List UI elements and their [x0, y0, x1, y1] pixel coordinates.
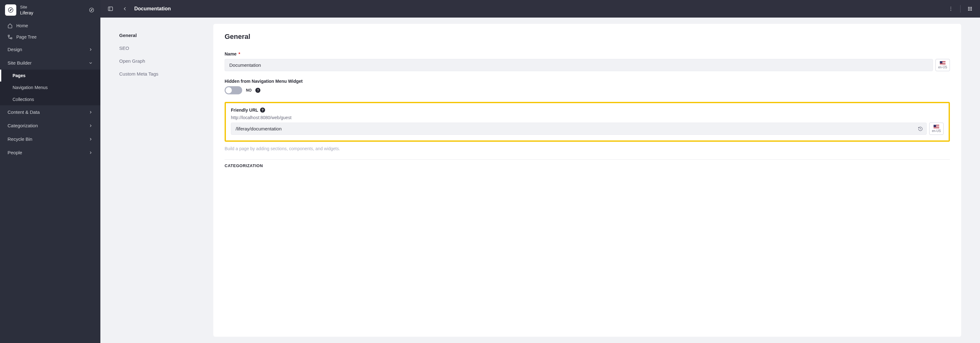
sidebar-subitem-collections[interactable]: Collections [0, 94, 100, 105]
svg-point-10 [950, 10, 951, 11]
flag-icon [934, 125, 939, 129]
section-label: CATEGORIZATION [224, 164, 950, 168]
tab-general[interactable]: General [119, 29, 213, 42]
chevron-right-icon [89, 47, 93, 52]
svg-point-0 [8, 8, 13, 13]
site-label: Site [20, 5, 84, 10]
compass-icon [89, 8, 94, 13]
apps-grid-icon [967, 6, 973, 12]
sidebar-section-contentdata[interactable]: Content & Data [0, 105, 100, 119]
field-label: Name * [224, 51, 950, 56]
field-name: Name * en-US [224, 51, 950, 71]
chevron-right-icon [89, 124, 93, 128]
svg-marker-3 [91, 10, 92, 11]
tab-custommeta[interactable]: Custom Meta Tags [119, 67, 213, 80]
tree-icon [8, 35, 13, 40]
page-title: Documentation [134, 6, 171, 12]
home-icon [8, 23, 13, 28]
site-logo [5, 5, 16, 16]
main: Documentation General SEO Open Graph Cus… [100, 0, 980, 343]
svg-rect-15 [970, 8, 970, 10]
svg-point-8 [950, 7, 951, 8]
svg-rect-14 [968, 8, 969, 10]
svg-point-9 [950, 8, 951, 9]
site-name: Liferay [20, 10, 84, 16]
svg-rect-6 [108, 7, 113, 11]
sidebar-subitem-label: Pages [13, 73, 25, 78]
flag-icon [940, 61, 945, 65]
field-label: Friendly URL ? [231, 108, 943, 113]
topbar-left: Documentation [105, 4, 171, 14]
tab-label: SEO [119, 46, 129, 51]
sidebar-section-label: People [8, 150, 22, 155]
sidebar-section-design[interactable]: Design [0, 43, 100, 56]
apps-grid-button[interactable] [965, 4, 975, 14]
site-switcher-button[interactable] [88, 6, 95, 14]
svg-rect-11 [968, 7, 969, 8]
friendly-url-highlight: Friendly URL ? http://localhost:8080/web… [224, 102, 950, 142]
tab-label: Open Graph [119, 58, 145, 64]
sidebar-section-label: Recycle Bin [8, 137, 32, 142]
sidebar-subitem-label: Navigation Menus [13, 85, 48, 90]
chevron-right-icon [89, 110, 93, 114]
url-history-button[interactable] [918, 126, 923, 131]
sidebar-section-label: Categorization [8, 123, 38, 128]
toggle-state: NO [246, 88, 251, 92]
help-icon[interactable]: ? [255, 88, 260, 93]
sidebar-section-categorization[interactable]: Categorization [0, 119, 100, 132]
tab-label: General [119, 33, 137, 38]
history-icon [918, 126, 923, 131]
sidebar-subitem-label: Collections [13, 97, 34, 102]
svg-rect-19 [971, 10, 972, 11]
sidebar-item-home[interactable]: Home [0, 20, 100, 31]
toggle-sidebar-button[interactable] [105, 4, 115, 14]
section-categorization: CATEGORIZATION [224, 159, 950, 168]
more-actions-button[interactable] [946, 4, 956, 14]
settings-panel: General Name * en-US Hidd [213, 24, 961, 337]
sidebar-item-pagetree[interactable]: Page Tree [0, 31, 100, 43]
sidebar-section-people[interactable]: People [0, 146, 100, 159]
site-info: Site Liferay [20, 5, 84, 16]
sidebar-item-label: Page Tree [16, 35, 37, 40]
chevron-right-icon [89, 137, 93, 141]
topbar: Documentation [100, 0, 980, 17]
chevron-down-icon [89, 61, 93, 65]
svg-rect-18 [970, 10, 970, 11]
svg-rect-17 [968, 10, 969, 11]
compass-icon [8, 7, 13, 13]
sidebar-section-sitebuilder[interactable]: Site Builder [0, 56, 100, 70]
sidebar-section-label: Content & Data [8, 110, 40, 115]
chevron-right-icon [89, 151, 93, 155]
hint-text: Build a page by adding sections, compone… [224, 146, 950, 151]
chevron-left-icon [122, 6, 128, 12]
tab-opengraph[interactable]: Open Graph [119, 54, 213, 67]
sidebar-section-label: Design [8, 47, 22, 52]
site-header: Site Liferay [0, 0, 100, 20]
kebab-icon [948, 6, 954, 12]
name-input[interactable] [224, 59, 933, 71]
locale-selector[interactable]: en-US [935, 59, 950, 71]
help-icon[interactable]: ? [260, 108, 265, 113]
sidebar-subitem-pages[interactable]: Pages [0, 70, 100, 81]
svg-rect-4 [8, 35, 10, 37]
locale-code: en-US [932, 129, 941, 133]
svg-rect-5 [11, 38, 12, 39]
svg-rect-16 [971, 8, 972, 10]
sidebar-subitem-navigation-menus[interactable]: Navigation Menus [0, 81, 100, 94]
locale-selector[interactable]: en-US [929, 122, 943, 135]
sidebar: Site Liferay Home Page Tree Design Site … [0, 0, 100, 343]
back-button[interactable] [120, 4, 130, 14]
sitebuilder-subnav: Pages Navigation Menus Collections [0, 70, 100, 105]
svg-rect-12 [970, 7, 970, 8]
content: General SEO Open Graph Custom Meta Tags … [100, 17, 980, 343]
tab-seo[interactable]: SEO [119, 42, 213, 54]
field-hidden: Hidden from Navigation Menu Widget NO ? [224, 79, 950, 94]
separator [960, 5, 961, 13]
hidden-toggle[interactable] [224, 86, 242, 94]
friendly-url-input[interactable] [231, 122, 927, 135]
locale-code: en-US [938, 65, 947, 69]
panel-title: General [224, 33, 950, 41]
required-marker: * [239, 51, 240, 56]
sidebar-section-recyclebin[interactable]: Recycle Bin [0, 132, 100, 146]
panel-icon [108, 6, 113, 12]
